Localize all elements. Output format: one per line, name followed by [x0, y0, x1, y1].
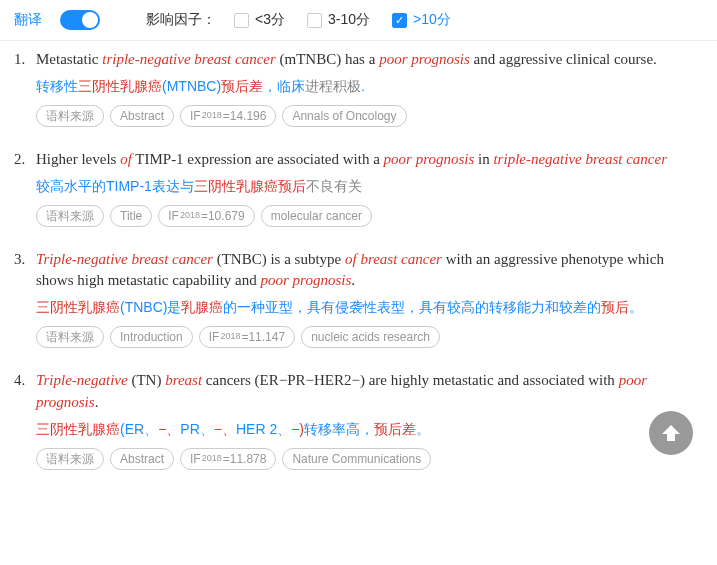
sentence-text: (mTNBC) has a	[276, 51, 379, 67]
translation-text: PR、	[180, 421, 213, 437]
check-icon: ✓	[395, 15, 404, 26]
tag-journal[interactable]: molecular cancer	[261, 205, 372, 227]
tag-impact-factor[interactable]: IF2018=10.679	[158, 205, 254, 227]
tag-impact-factor[interactable]: IF2018=11.147	[199, 326, 295, 348]
translation-highlight: 乳腺癌	[181, 299, 223, 315]
result-item: 2.Higher levels of TIMP-1 expression are…	[14, 149, 703, 227]
tag-section[interactable]: Introduction	[110, 326, 193, 348]
result-item: 1.Metastatic triple-negative breast canc…	[14, 49, 703, 127]
sentence-text: (TN)	[128, 372, 166, 388]
arrow-up-icon	[659, 421, 683, 445]
translation-text: 较高水平的TIMP-1表达与	[36, 178, 194, 194]
translation-gray: 不良有关	[306, 178, 362, 194]
result-body: Higher levels of TIMP-1 expression are a…	[36, 149, 703, 227]
scroll-to-top-button[interactable]	[649, 411, 693, 455]
tag-source[interactable]: 语料来源	[36, 448, 104, 470]
tag-impact-factor[interactable]: IF2018=11.878	[180, 448, 276, 470]
translation-highlight: 三阴性乳腺癌	[36, 421, 120, 437]
checkbox-box: ✓	[392, 13, 407, 28]
translation-highlight: 三阴性乳腺癌	[78, 78, 162, 94]
tag-source[interactable]: 语料来源	[36, 205, 104, 227]
result-number: 3.	[14, 249, 36, 349]
tag-journal[interactable]: Nature Communications	[282, 448, 431, 470]
result-body: Triple-negative (TN) breast cancers (ER−…	[36, 370, 703, 470]
checkbox-lt3[interactable]: <3分	[234, 11, 285, 29]
tag-source[interactable]: 语料来源	[36, 105, 104, 127]
translation-highlight: −、	[158, 421, 180, 437]
highlight-term: triple-negative breast cancer	[493, 151, 667, 167]
tag-journal[interactable]: Annals of Oncology	[282, 105, 406, 127]
tag-section[interactable]: Abstract	[110, 105, 174, 127]
translation-highlight: −、	[214, 421, 236, 437]
result-tags: 语料来源IntroductionIF2018=11.147nucleic aci…	[36, 326, 703, 348]
tag-section[interactable]: Title	[110, 205, 152, 227]
result-sentence: Triple-negative breast cancer (TNBC) is …	[36, 249, 703, 293]
sentence-text: (TNBC) is a subtype	[213, 251, 345, 267]
sentence-text: in	[474, 151, 493, 167]
result-sentence: Metastatic triple-negative breast cancer…	[36, 49, 703, 71]
translate-toggle[interactable]	[60, 10, 100, 30]
result-number: 1.	[14, 49, 36, 127]
result-translation: 三阴性乳腺癌(ER、−、PR、−、HER 2、−)转移率高，预后差。	[36, 419, 703, 440]
sentence-text: TIMP-1 expression are associated with a	[132, 151, 384, 167]
toggle-knob	[82, 12, 98, 28]
result-item: 4.Triple-negative (TN) breast cancers (E…	[14, 370, 703, 470]
sentence-text: .	[351, 272, 355, 288]
checkbox-label: >10分	[413, 11, 451, 29]
results-list: 1.Metastatic triple-negative breast canc…	[0, 41, 717, 506]
highlight-term: of breast cancer	[345, 251, 442, 267]
result-body: Metastatic triple-negative breast cancer…	[36, 49, 703, 127]
checkbox-label: 3-10分	[328, 11, 370, 29]
highlight-term: poor prognosis	[379, 51, 470, 67]
result-number: 2.	[14, 149, 36, 227]
sentence-text: Metastatic	[36, 51, 102, 67]
highlight-term: breast	[165, 372, 202, 388]
sentence-text: Higher levels	[36, 151, 120, 167]
translation-text: ，临床	[263, 78, 305, 94]
checkbox-box	[307, 13, 322, 28]
result-number: 4.	[14, 370, 36, 470]
highlight-term: Triple-negative breast cancer	[36, 251, 213, 267]
tag-source[interactable]: 语料来源	[36, 326, 104, 348]
impact-factor-label: 影响因子：	[146, 11, 216, 29]
translation-text: 转移性	[36, 78, 78, 94]
result-item: 3.Triple-negative breast cancer (TNBC) i…	[14, 249, 703, 349]
highlight-term: Triple-negative	[36, 372, 128, 388]
sentence-text: cancers (ER−PR−HER2−) are highly metasta…	[202, 372, 619, 388]
translation-text: 。	[416, 421, 430, 437]
result-body: Triple-negative breast cancer (TNBC) is …	[36, 249, 703, 349]
result-translation: 转移性三阴性乳腺癌(MTNBC)预后差，临床进程积极.	[36, 76, 703, 97]
checkbox-label: <3分	[255, 11, 285, 29]
translation-text: HER 2、	[236, 421, 291, 437]
translation-highlight: 预后差	[221, 78, 263, 94]
tag-section[interactable]: Abstract	[110, 448, 174, 470]
tag-journal[interactable]: nucleic acids research	[301, 326, 440, 348]
result-translation: 三阴性乳腺癌(TNBC)是乳腺癌的一种亚型，具有侵袭性表型，具有较高的转移能力和…	[36, 297, 703, 318]
translation-highlight: 三阴性乳腺癌预后	[194, 178, 306, 194]
result-tags: 语料来源AbstractIF2018=14.196Annals of Oncol…	[36, 105, 703, 127]
translate-label: 翻译	[14, 11, 42, 29]
translation-text: 的一种亚型，具有侵袭性表型，具有较高的转移能力和较差的	[223, 299, 601, 315]
checkbox-3to10[interactable]: 3-10分	[307, 11, 370, 29]
sentence-text: .	[95, 394, 99, 410]
result-tags: 语料来源TitleIF2018=10.679molecular cancer	[36, 205, 703, 227]
translation-highlight: −)	[291, 421, 304, 437]
tag-impact-factor[interactable]: IF2018=14.196	[180, 105, 276, 127]
translation-highlight: 三阴性乳腺癌	[36, 299, 120, 315]
highlight-term: triple-negative breast cancer	[102, 51, 276, 67]
result-sentence: Higher levels of TIMP-1 expression are a…	[36, 149, 703, 171]
translation-text: .	[361, 78, 365, 94]
sentence-text: and aggressive clinical course.	[470, 51, 657, 67]
checkbox-gt10[interactable]: ✓ >10分	[392, 11, 451, 29]
highlight-term: of	[120, 151, 132, 167]
translation-text: (ER、	[120, 421, 158, 437]
result-translation: 较高水平的TIMP-1表达与三阴性乳腺癌预后不良有关	[36, 176, 703, 197]
translation-highlight: 预后	[601, 299, 629, 315]
translation-text: 。	[629, 299, 643, 315]
checkbox-group: <3分 3-10分 ✓ >10分	[234, 11, 451, 29]
result-tags: 语料来源AbstractIF2018=11.878Nature Communic…	[36, 448, 703, 470]
result-sentence: Triple-negative (TN) breast cancers (ER−…	[36, 370, 703, 414]
highlight-term: poor prognosis	[384, 151, 475, 167]
translation-gray: 进程积极	[305, 78, 361, 94]
highlight-term: poor prognosis	[261, 272, 352, 288]
